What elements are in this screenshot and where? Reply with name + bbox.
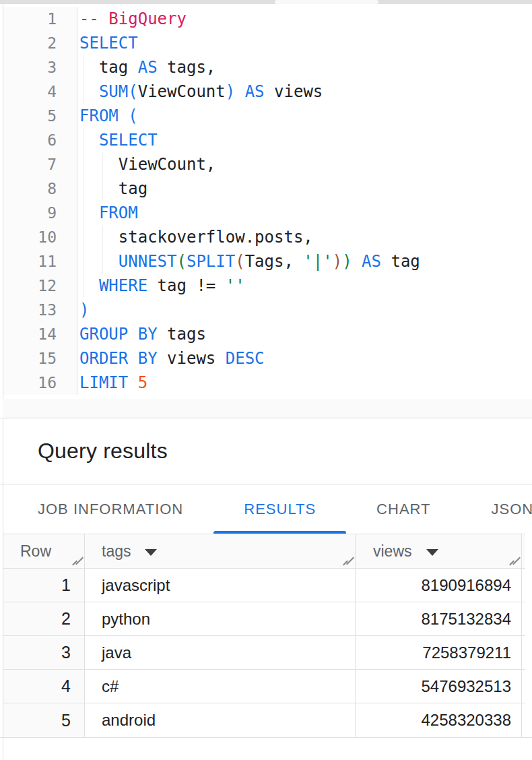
tab-json[interactable]: JSON	[461, 484, 532, 534]
results-tabbar: JOB INFORMATIONRESULTSCHARTJSON	[3, 484, 532, 534]
column-resize-handle-icon[interactable]	[341, 556, 353, 567]
code-line[interactable]: 16LIMIT 5	[3, 371, 532, 395]
code-line[interactable]: 4 SUM(ViewCount) AS views	[3, 80, 532, 104]
column-label: tags	[102, 542, 131, 561]
code-token: -- BigQuery	[79, 9, 187, 28]
query-results-header: Query results	[3, 418, 532, 484]
editor-scroll-area[interactable]	[3, 399, 532, 418]
code-token: tags	[158, 325, 206, 344]
code-token: FROM	[79, 106, 119, 125]
cell-views: 5476932513	[356, 670, 522, 703]
line-number: 13	[3, 298, 77, 322]
column-dropdown-icon[interactable]	[145, 549, 157, 556]
line-number: 16	[3, 371, 77, 395]
indent-guide	[83, 249, 84, 274]
table-row: 4c#5476932513	[3, 670, 525, 703]
line-number: 8	[3, 177, 77, 201]
line-number: 10	[3, 225, 77, 249]
code-line[interactable]: 14GROUP BY tags	[3, 322, 532, 346]
code-content[interactable]: FROM	[77, 201, 532, 225]
cell-views: 8190916894	[356, 569, 522, 602]
code-token	[352, 252, 362, 271]
line-number: 7	[3, 152, 77, 177]
code-line[interactable]: 13)	[3, 298, 532, 322]
bigquery-results-screen: 1-- BigQuery2SELECT3 tag AS tags,4 SUM(V…	[0, 0, 532, 759]
line-number: 12	[3, 274, 77, 298]
code-token: tags,	[158, 58, 216, 77]
tab-job-information[interactable]: JOB INFORMATION	[7, 484, 213, 534]
indent-guide	[83, 225, 84, 249]
cell-row: 1	[3, 569, 85, 602]
tab-results[interactable]: RESULTS	[213, 484, 346, 534]
code-token: AS	[245, 82, 265, 101]
code-content[interactable]: LIMIT 5	[77, 371, 532, 395]
code-content[interactable]: tag AS tags,	[77, 55, 532, 80]
code-token: UNNEST	[119, 252, 177, 271]
column-header-tags[interactable]: tags	[85, 534, 356, 568]
column-resize-handle-icon[interactable]	[507, 556, 519, 567]
code-token: SPLIT	[187, 252, 235, 271]
code-content[interactable]: SELECT	[77, 128, 532, 152]
code-line[interactable]: 5FROM (	[3, 104, 532, 128]
cell-views: 8175132834	[356, 602, 522, 635]
code-content[interactable]: )	[77, 298, 532, 322]
code-content[interactable]: SUM(ViewCount) AS views	[77, 80, 532, 104]
table-row: 1javascript8190916894	[3, 569, 525, 602]
column-header-views[interactable]: views	[356, 534, 522, 568]
code-content[interactable]: ViewCount,	[77, 152, 532, 177]
code-line[interactable]: 2SELECT	[3, 31, 532, 55]
code-token: DESC	[226, 349, 265, 368]
code-content[interactable]: stackoverflow.posts,	[77, 225, 532, 249]
code-token: SUM	[99, 82, 128, 101]
code-line[interactable]: 1-- BigQuery	[3, 7, 532, 31]
code-token: (	[177, 252, 187, 271]
code-content[interactable]: tag	[77, 177, 532, 201]
code-content[interactable]: -- BigQuery	[77, 7, 532, 31]
column-resize-handle-icon[interactable]	[70, 556, 82, 567]
code-line[interactable]: 3 tag AS tags,	[3, 55, 532, 80]
code-token: (	[128, 106, 137, 125]
code-line[interactable]: 6 SELECT	[3, 128, 532, 152]
tab-chart[interactable]: CHART	[346, 484, 461, 534]
code-token: )	[333, 252, 342, 271]
column-header-row[interactable]: Row	[3, 534, 85, 568]
code-content[interactable]: FROM (	[77, 104, 532, 128]
code-token: views	[265, 82, 323, 101]
table-row: 2python8175132834	[3, 602, 525, 636]
line-number: 6	[3, 128, 77, 152]
code-content[interactable]: SELECT	[77, 31, 532, 55]
indent-guide	[102, 249, 103, 274]
code-line[interactable]: 11 UNNEST(SPLIT(Tags, '|')) AS tag	[3, 249, 532, 274]
code-content[interactable]: WHERE tag != ''	[77, 274, 532, 298]
code-line[interactable]: 12 WHERE tag != ''	[3, 274, 532, 298]
code-token: LIMIT	[79, 373, 128, 392]
code-token: ViewCount,	[79, 155, 215, 174]
column-dropdown-icon[interactable]	[426, 549, 438, 556]
sql-editor[interactable]: 1-- BigQuery2SELECT3 tag AS tags,4 SUM(V…	[3, 4, 532, 418]
code-token: AS	[362, 252, 381, 271]
cell-row: 3	[3, 636, 85, 669]
cell-views: 4258320338	[356, 703, 522, 737]
indent-guide	[83, 201, 84, 225]
code-content[interactable]: ORDER BY views DESC	[77, 346, 532, 371]
code-line[interactable]: 8 tag	[3, 177, 532, 201]
code-token: views	[158, 349, 226, 368]
code-line[interactable]: 15ORDER BY views DESC	[3, 346, 532, 371]
line-number: 2	[3, 31, 77, 55]
code-token: )	[226, 82, 235, 101]
code-token	[79, 252, 119, 271]
code-content[interactable]: GROUP BY tags	[77, 322, 532, 346]
indent-guide	[102, 177, 103, 201]
code-token: tag !=	[147, 276, 226, 295]
code-token: SELECT	[99, 131, 158, 150]
code-line[interactable]: 9 FROM	[3, 201, 532, 225]
code-token: tag	[79, 58, 138, 77]
indent-guide	[83, 152, 84, 177]
cell-tags: java	[85, 636, 356, 669]
code-lines: 1-- BigQuery2SELECT3 tag AS tags,4 SUM(V…	[3, 7, 532, 395]
code-line[interactable]: 10 stackoverflow.posts,	[3, 225, 532, 249]
code-token: WHERE	[99, 276, 147, 295]
code-line[interactable]: 7 ViewCount,	[3, 152, 532, 177]
code-content[interactable]: UNNEST(SPLIT(Tags, '|')) AS tag	[77, 249, 532, 274]
indent-guide	[102, 152, 103, 177]
